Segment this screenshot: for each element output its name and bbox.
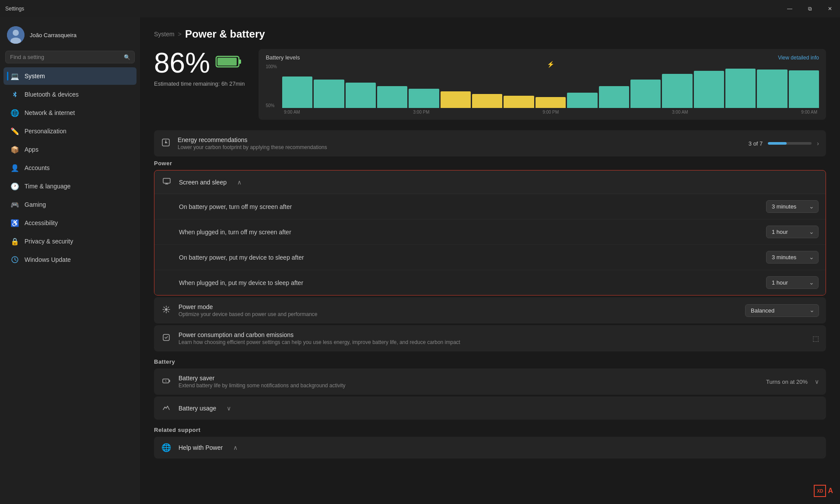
search-container: 🔍 bbox=[5, 51, 135, 63]
svg-rect-5 bbox=[239, 59, 241, 64]
power-consumption-row[interactable]: Power consumption and carbon emissions L… bbox=[154, 325, 826, 351]
related-support-header: Related support bbox=[154, 427, 826, 433]
breadcrumb-parent[interactable]: System bbox=[154, 31, 175, 38]
sidebar-item-accessibility[interactable]: ♿ Accessibility bbox=[4, 214, 136, 232]
privacy-icon: 🔒 bbox=[10, 237, 19, 246]
battery-usage-chevron-icon: ∨ bbox=[227, 405, 231, 412]
battery-chart-container: Battery levels View detailed info 100% 5… bbox=[259, 49, 826, 120]
chart-bar-8 bbox=[536, 97, 566, 108]
power-mode-icon bbox=[161, 305, 172, 316]
battery-saver-chevron-icon: ∨ bbox=[815, 378, 819, 385]
power-consumption-text: Power consumption and carbon emissions L… bbox=[178, 331, 805, 345]
sidebar-item-time[interactable]: 🕐 Time & language bbox=[4, 177, 136, 195]
sidebar-item-accounts[interactable]: 👤 Accounts bbox=[4, 159, 136, 177]
battery-saver-text: Battery saver Extend battery life by lim… bbox=[178, 375, 759, 389]
help-power-card: 🌐 Help with Power ∧ bbox=[154, 437, 826, 459]
battery-saver-title: Battery saver bbox=[178, 375, 759, 382]
chart-bar-4 bbox=[409, 89, 439, 108]
screen-off-plugged-dropdown-wrapper: 1 hour 30 minutes 2 hours Never bbox=[766, 226, 819, 238]
search-input[interactable] bbox=[5, 51, 135, 63]
minimize-button[interactable]: — bbox=[780, 0, 800, 17]
chart-label-0: 9:00 AM bbox=[284, 110, 300, 115]
battery-usage-row[interactable]: Battery usage ∨ bbox=[154, 396, 826, 420]
chart-header: Battery levels View detailed info bbox=[266, 54, 819, 61]
chart-bar-13 bbox=[694, 71, 724, 108]
power-mode-text: Power mode Optimize your device based on… bbox=[178, 303, 738, 317]
power-mode-card: Power mode Optimize your device based on… bbox=[154, 297, 826, 323]
screen-sleep-title: Screen and sleep bbox=[179, 179, 227, 186]
chart-bar-0 bbox=[282, 76, 312, 108]
sidebar-item-label-apps: Apps bbox=[24, 146, 38, 153]
svg-rect-12 bbox=[163, 379, 169, 383]
sidebar-item-gaming[interactable]: 🎮 Gaming bbox=[4, 196, 136, 213]
sleep-battery-dropdown[interactable]: 3 minutes 1 minute 5 minutes Never bbox=[766, 251, 819, 264]
screen-sleep-header-row[interactable]: Screen and sleep ∧ bbox=[154, 170, 826, 194]
xda-watermark: XD A bbox=[814, 485, 833, 497]
breadcrumb-current: Power & battery bbox=[185, 28, 265, 40]
screen-off-plugged-dropdown[interactable]: 1 hour 30 minutes 2 hours Never bbox=[766, 226, 819, 238]
sidebar-item-privacy[interactable]: 🔒 Privacy & security bbox=[4, 233, 136, 250]
chart-bar-2 bbox=[346, 83, 376, 108]
sidebar-item-apps[interactable]: 📦 Apps bbox=[4, 141, 136, 158]
maximize-button[interactable]: ⧉ bbox=[800, 0, 820, 17]
main-content: System > Power & battery 86% Estimat bbox=[140, 17, 840, 504]
chart-bar-15 bbox=[757, 70, 787, 108]
username: João Carrasqueira bbox=[30, 32, 77, 38]
power-mode-row[interactable]: Power mode Optimize your device based on… bbox=[154, 297, 826, 323]
user-profile[interactable]: João Carrasqueira bbox=[0, 23, 140, 51]
power-consumption-title: Power consumption and carbon emissions bbox=[178, 331, 805, 338]
sidebar-item-label-system: System bbox=[24, 73, 45, 80]
sidebar-item-label-accounts: Accounts bbox=[24, 164, 50, 171]
screen-sleep-label-3: When plugged in, put my device to sleep … bbox=[179, 279, 759, 286]
chart-label-2: 9:00 PM bbox=[542, 110, 559, 115]
chart-bar-3 bbox=[377, 86, 407, 108]
sidebar-item-label-gaming: Gaming bbox=[24, 201, 46, 208]
svg-rect-9 bbox=[163, 178, 170, 183]
search-icon: 🔍 bbox=[124, 54, 130, 60]
battery-left: 86% Estimated time remaining: 6h 27min bbox=[154, 49, 245, 87]
screen-off-battery-dropdown-wrapper: 3 minutes 1 minute 5 minutes Never bbox=[766, 200, 819, 213]
sidebar-item-network[interactable]: 🌐 Network & internet bbox=[4, 104, 136, 122]
xda-logo-text: A bbox=[828, 487, 833, 495]
xda-logo-box: XD bbox=[814, 485, 826, 497]
sidebar-item-label-network: Network & internet bbox=[24, 109, 75, 116]
battery-saver-row[interactable]: Battery saver Extend battery life by lim… bbox=[154, 368, 826, 395]
sidebar-item-system[interactable]: 💻 System bbox=[4, 67, 136, 85]
energy-rec-icon bbox=[161, 138, 171, 149]
sleep-plugged-dropdown[interactable]: 1 hour 30 minutes 2 hours Never bbox=[766, 276, 819, 289]
power-mode-dropdown[interactable]: Balanced Best power efficiency Best perf… bbox=[745, 304, 819, 317]
help-power-row[interactable]: 🌐 Help with Power ∧ bbox=[154, 437, 826, 459]
chart-bar-14 bbox=[725, 69, 756, 108]
sidebar-item-bluetooth[interactable]: Bluetooth & devices bbox=[4, 86, 136, 103]
chart-bars: ⚡ bbox=[282, 64, 819, 108]
close-button[interactable]: ✕ bbox=[820, 0, 840, 17]
chart-y-label-100: 100% bbox=[266, 64, 277, 69]
battery-overview: 86% Estimated time remaining: 6h 27min B… bbox=[154, 49, 826, 120]
sidebar-item-label-time: Time & language bbox=[24, 183, 70, 190]
screen-sleep-row-2: On battery power, put my device to sleep… bbox=[154, 245, 826, 270]
screen-sleep-chevron-icon: ∧ bbox=[237, 179, 242, 186]
help-power-title: Help with Power bbox=[178, 444, 223, 451]
sidebar-item-label-privacy: Privacy & security bbox=[24, 238, 73, 245]
battery-percent-display: 86% bbox=[154, 49, 245, 77]
sidebar-item-windows-update[interactable]: Windows Update bbox=[4, 251, 136, 268]
apps-icon: 📦 bbox=[10, 145, 19, 154]
help-power-icon: 🌐 bbox=[161, 443, 172, 452]
svg-point-8 bbox=[165, 142, 167, 143]
windows-update-icon bbox=[10, 255, 19, 264]
energy-recommendations[interactable]: Energy recommendations Lower your carbon… bbox=[154, 130, 826, 156]
screen-sleep-label-0: On battery power, turn off my screen aft… bbox=[179, 203, 759, 210]
time-icon: 🕐 bbox=[10, 182, 19, 191]
screen-sleep-icon bbox=[161, 177, 172, 188]
chart-bar-5 bbox=[441, 91, 471, 108]
power-consumption-desc: Learn how choosing efficient power setti… bbox=[178, 339, 805, 345]
sidebar-item-personalization[interactable]: ✏️ Personalization bbox=[4, 122, 136, 140]
external-link-icon: ⬚ bbox=[812, 334, 819, 343]
battery-saver-icon bbox=[161, 376, 172, 387]
screen-off-battery-dropdown[interactable]: 3 minutes 1 minute 5 minutes Never bbox=[766, 200, 819, 213]
titlebar: Settings — ⧉ ✕ bbox=[0, 0, 840, 17]
chart-bar-16 bbox=[789, 70, 819, 108]
app-container: João Carrasqueira 🔍 💻 System Bluetooth &… bbox=[0, 17, 840, 504]
accounts-icon: 👤 bbox=[10, 163, 19, 172]
view-detailed-info-link[interactable]: View detailed info bbox=[778, 55, 819, 61]
